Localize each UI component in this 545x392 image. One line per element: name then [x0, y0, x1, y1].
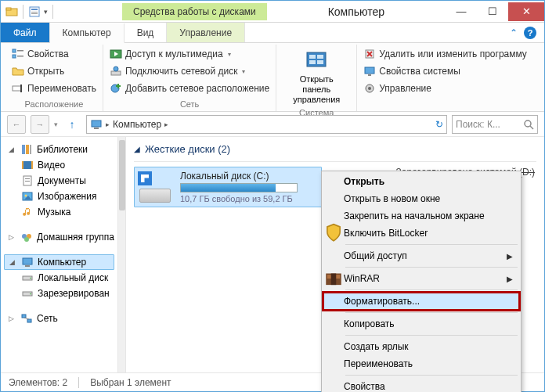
ctx-open-new-label: Открыть в новом окне [344, 193, 440, 204]
ctx-create-shortcut[interactable]: Создать ярлык [323, 338, 519, 355]
ribbon-open[interactable]: Открыть [12, 63, 96, 79]
expand-icon[interactable]: ▷ [9, 315, 16, 322]
nav-music-label: Музыка [38, 207, 70, 218]
close-button[interactable]: ✕ [508, 2, 544, 21]
nav-reserved[interactable]: Зарезервирован [4, 286, 114, 301]
svg-point-55 [30, 293, 31, 295]
tab-file[interactable]: Файл [1, 23, 50, 42]
ribbon-properties[interactable]: Свойства [12, 46, 96, 62]
nav-scrollbar[interactable] [118, 137, 126, 372]
ctx-sharing[interactable]: Общий доступ▶ [323, 247, 519, 264]
ctx-winrar-label: WinRAR [344, 273, 380, 284]
ribbon-uninstall[interactable]: Удалить или изменить программу [363, 46, 527, 62]
ribbon-group-network: Доступ к мультимедиа▾ Подключить сетевой… [103, 45, 276, 111]
ctx-open[interactable]: Открыть [323, 173, 519, 190]
svg-rect-27 [365, 67, 374, 74]
svg-rect-57 [27, 319, 31, 322]
svg-rect-43 [25, 181, 30, 182]
svg-point-33 [525, 120, 531, 127]
search-input[interactable]: Поиск: К... [452, 115, 538, 134]
tab-manage[interactable]: Управление [167, 23, 245, 42]
qat-dropdown-icon[interactable]: ▾ [44, 8, 48, 16]
group-header-label: Жесткие диски (2) [145, 143, 230, 155]
ctx-properties[interactable]: Свойства [323, 378, 519, 392]
history-dropdown-icon[interactable]: ▾ [54, 120, 58, 128]
breadcrumb[interactable]: Компьютер [113, 119, 161, 130]
svg-point-45 [25, 195, 27, 197]
ribbon-manage[interactable]: Управление [363, 81, 527, 96]
ribbon-system-properties[interactable]: Свойства системы [363, 63, 527, 79]
chevron-right-icon[interactable]: ▸ [106, 120, 110, 128]
svg-rect-3 [31, 9, 38, 10]
homegroup-icon [20, 231, 33, 243]
address-bar[interactable]: ▸ Компьютер ▸ ↻ [86, 115, 447, 134]
collapse-ribbon-icon[interactable]: ⌃ [510, 27, 518, 38]
documents-icon [21, 174, 34, 187]
window-controls: — ☐ ✕ [446, 2, 544, 21]
svg-point-49 [24, 237, 29, 242]
group-header-hard-drives[interactable]: ◢ Жесткие диски (2) [134, 142, 536, 162]
gear-icon [363, 82, 376, 95]
drive-item-c[interactable]: Локальный диск (C:) 10,7 ГБ свободно из … [134, 167, 322, 207]
nav-pictures[interactable]: Изображения [4, 189, 114, 204]
properties-icon[interactable] [28, 5, 41, 18]
nav-video-label: Видео [38, 160, 65, 171]
ribbon-uninstall-label: Удалить или изменить программу [379, 49, 527, 59]
svg-point-30 [368, 87, 371, 90]
nav-music[interactable]: Музыка [4, 204, 114, 220]
ctx-winrar[interactable]: WinRAR▶ [323, 270, 519, 287]
svg-rect-6 [13, 49, 16, 52]
ctx-format[interactable]: Форматировать... [323, 293, 519, 310]
nav-pictures-label: Изображения [38, 191, 96, 202]
tab-view[interactable]: Вид [125, 23, 168, 42]
tab-computer[interactable]: Компьютер [50, 23, 125, 43]
svg-rect-61 [331, 274, 337, 286]
ctx-copy[interactable]: Копировать [323, 315, 519, 333]
status-item-count: Элементов: 2 [9, 377, 67, 388]
nav-local-disk-label: Локальный диск [38, 272, 108, 283]
back-button[interactable]: ← [7, 115, 26, 134]
expand-icon[interactable]: ◢ [9, 258, 17, 266]
chevron-right-icon[interactable]: ▸ [164, 120, 168, 128]
up-button[interactable]: ↑ [63, 115, 81, 134]
ribbon-group-network-label: Сеть [110, 98, 269, 111]
minimize-button[interactable]: — [446, 2, 477, 21]
search-icon [523, 119, 534, 130]
forward-button[interactable]: → [31, 115, 49, 134]
ribbon-control-panel[interactable]: Открыть панель управления [283, 46, 350, 106]
expand-icon[interactable]: ▷ [9, 233, 16, 241]
collapse-icon[interactable]: ◢ [134, 145, 140, 153]
svg-rect-23 [317, 60, 323, 64]
contextual-tab-label: Средства работы с дисками [122, 3, 267, 20]
nav-homegroup[interactable]: ▷Домашняя группа [4, 229, 114, 245]
ribbon-group-location-label: Расположение [12, 98, 96, 111]
svg-rect-7 [17, 50, 23, 52]
nav-local-disk[interactable]: Локальный диск [4, 270, 114, 286]
maximize-button[interactable]: ☐ [477, 2, 508, 21]
ctx-bitlocker[interactable]: Включить BitLocker [323, 225, 519, 242]
ctx-rename[interactable]: Переименовать [323, 355, 519, 372]
shield-icon [323, 223, 344, 243]
ctx-pin-start[interactable]: Закрепить на начальном экране [323, 207, 519, 225]
ribbon-add-location[interactable]: Добавить сетевое расположение [110, 81, 269, 96]
quick-access-toolbar: ▾ [1, 5, 60, 19]
ribbon-map-drive[interactable]: Подключить сетевой диск▾ [110, 63, 269, 79]
nav-computer[interactable]: ◢Компьютер [4, 254, 114, 270]
drive-name: Локальный диск (C:) [180, 171, 318, 182]
ribbon-rename-label: Переименовать [27, 83, 96, 94]
ribbon-media-label: Доступ к мультимедиа [125, 49, 223, 59]
svg-rect-10 [13, 86, 21, 91]
ribbon-media-access[interactable]: Доступ к мультимедиа▾ [110, 46, 269, 62]
refresh-icon[interactable]: ↻ [435, 119, 443, 130]
nav-network[interactable]: ▷Сеть [4, 311, 114, 326]
ribbon-rename[interactable]: Переименовать [12, 81, 96, 96]
svg-rect-21 [317, 55, 323, 59]
drive-icon [21, 272, 34, 284]
nav-video[interactable]: Видео [4, 157, 114, 173]
help-icon[interactable]: ? [524, 27, 536, 39]
nav-documents[interactable]: Документы [4, 173, 114, 189]
expand-icon[interactable]: ◢ [9, 146, 16, 153]
ctx-open-new-window[interactable]: Открыть в новом окне [323, 190, 519, 207]
nav-libraries[interactable]: ◢Библиотеки [4, 142, 114, 157]
svg-point-15 [114, 67, 118, 71]
